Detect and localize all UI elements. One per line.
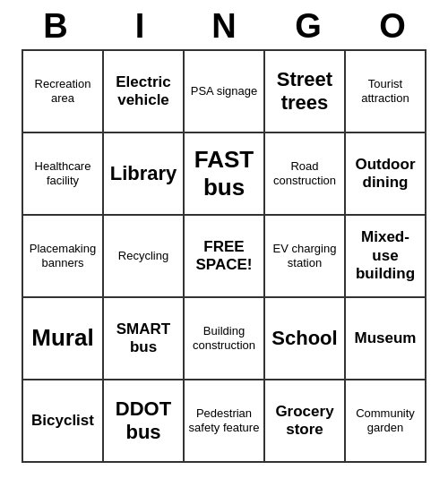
bingo-cell: EV charging station bbox=[265, 216, 346, 298]
bingo-cell: SMART bus bbox=[104, 298, 185, 380]
bingo-cell: DDOT bus bbox=[104, 380, 185, 463]
bingo-cell: Road construction bbox=[265, 133, 346, 216]
bingo-cell: Recycling bbox=[104, 216, 185, 298]
bingo-cell: Building construction bbox=[185, 298, 265, 380]
bingo-cell: School bbox=[265, 298, 346, 380]
bingo-cell: Bicyclist bbox=[23, 380, 104, 463]
bingo-cell: Grocery store bbox=[265, 380, 346, 463]
bingo-cell: PSA signage bbox=[185, 51, 265, 133]
bingo-letter: I bbox=[104, 7, 176, 46]
bingo-cell: Street trees bbox=[265, 51, 346, 133]
bingo-letter: G bbox=[272, 7, 344, 46]
bingo-letter: B bbox=[20, 7, 91, 46]
bingo-cell: Electric vehicle bbox=[104, 51, 185, 133]
bingo-cell: Library bbox=[104, 133, 185, 216]
bingo-grid: Recreation areaElectric vehiclePSA signa… bbox=[22, 49, 426, 463]
bingo-cell: Placemaking banners bbox=[23, 216, 104, 298]
bingo-cell: Museum bbox=[346, 298, 426, 380]
bingo-cell: Mural bbox=[23, 298, 104, 380]
bingo-cell: Recreation area bbox=[23, 51, 104, 133]
bingo-cell: Community garden bbox=[346, 380, 426, 463]
bingo-cell: Healthcare facility bbox=[23, 133, 104, 216]
bingo-title: BINGO bbox=[13, 0, 435, 49]
bingo-cell: Pedestrian safety feature bbox=[185, 380, 265, 463]
bingo-cell: FREE SPACE! bbox=[185, 216, 265, 298]
bingo-cell: Outdoor dining bbox=[346, 133, 426, 216]
bingo-letter: O bbox=[357, 7, 428, 46]
bingo-letter: N bbox=[188, 7, 260, 46]
bingo-cell: FAST bus bbox=[185, 133, 265, 216]
bingo-cell: Tourist attraction bbox=[346, 51, 426, 133]
bingo-cell: Mixed-use building bbox=[346, 216, 426, 298]
